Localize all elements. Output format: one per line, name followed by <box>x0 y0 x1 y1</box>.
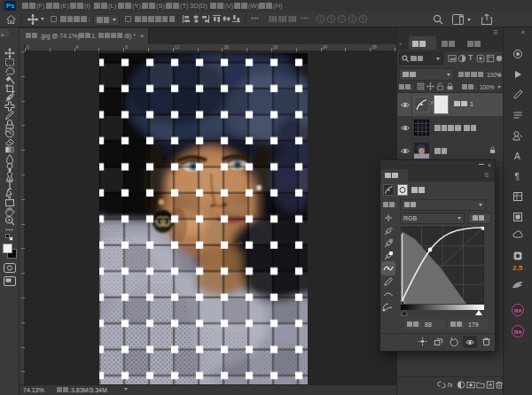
svg-text:A: A <box>514 151 520 161</box>
svg-text:fx: fx <box>448 381 453 389</box>
svg-text:¶: ¶ <box>515 172 520 182</box>
